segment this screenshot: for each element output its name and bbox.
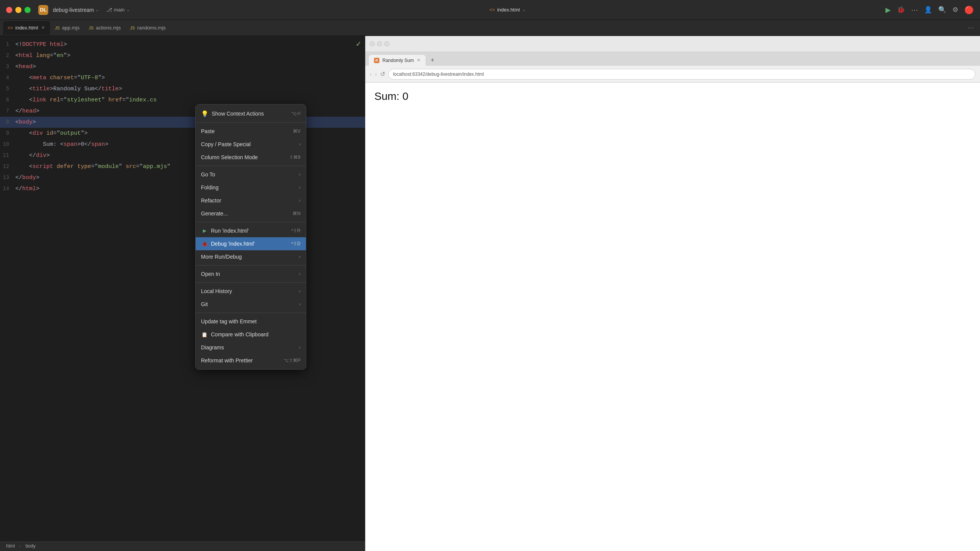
browser-refresh-button[interactable]: ↺	[380, 70, 385, 78]
menu-separator-1	[196, 122, 306, 123]
more-button[interactable]: ⋯	[911, 6, 918, 14]
browser-back-button[interactable]: ‹	[370, 71, 372, 78]
chevron-icon-refactor: ›	[299, 198, 301, 203]
breadcrumb-body: body	[26, 543, 36, 549]
project-name[interactable]: debug-livestream ⌄	[53, 7, 99, 13]
menu-item-diagrams[interactable]: Diagrams ›	[196, 341, 306, 354]
debug-button[interactable]: 🐞	[897, 6, 905, 14]
profile-button[interactable]: 👤	[924, 6, 932, 14]
tab-bar: <> index.html ✕ JS app.mjs JS actions.mj…	[0, 20, 980, 36]
tab-index-html[interactable]: <> index.html ✕	[3, 21, 50, 35]
browser-close[interactable]	[370, 41, 375, 46]
menu-item-compare-clipboard[interactable]: 📋 Compare with Clipboard	[196, 328, 306, 341]
chevron-icon-run: ›	[299, 254, 301, 259]
code-line-3: 3 <head>	[0, 61, 365, 72]
settings-button[interactable]: ⚙	[952, 6, 958, 14]
code-line-13: 13 </body>	[0, 172, 365, 183]
browser-sum-display: Sum: 0	[374, 90, 971, 103]
menu-separator-3	[196, 222, 306, 222]
code-line-5: 5 <title>Randomly Sum</title>	[0, 83, 365, 95]
menu-item-more-run[interactable]: More Run/Debug ›	[196, 250, 306, 263]
menu-item-open-in[interactable]: Open In ›	[196, 267, 306, 280]
code-line-2: 2 <html lang="en">	[0, 50, 365, 61]
browser-addressbar: ‹ › ↺ localhost:63342/debug-livestream/i…	[365, 66, 980, 83]
browser-content: Sum: 0	[365, 83, 980, 551]
tab-actions-mjs[interactable]: JS actions.mjs	[84, 21, 126, 35]
editor-area: 1 <!DOCTYPE html> 2 <html lang="en"> 3 <…	[0, 36, 365, 551]
menu-item-reformat[interactable]: Reformat with Prettier ⌥⇧⌘P	[196, 354, 306, 367]
search-button[interactable]: 🔍	[938, 6, 946, 14]
chevron-icon-open: ›	[299, 271, 301, 277]
file-tab-title: <> index.html ⌄	[490, 7, 526, 13]
menu-item-generate[interactable]: Generate... ⌘N	[196, 207, 306, 220]
code-line-11: 11 </div>	[0, 150, 365, 161]
menu-item-column-selection[interactable]: Column Selection Mode ⇧⌘8	[196, 151, 306, 164]
menu-item-show-context-actions[interactable]: 💡 Show Context Actions ⌥⏎	[196, 107, 306, 121]
minimize-button[interactable]	[15, 7, 21, 13]
html-icon: <>	[8, 25, 13, 31]
browser-new-tab-button[interactable]: +	[428, 54, 437, 66]
file-status-checkmark: ✓	[356, 40, 361, 48]
jetbrains-logo: 🔴	[964, 5, 974, 15]
browser-tab-bar: R Randomly Sum ✕ +	[365, 52, 980, 66]
browser-minimize[interactable]	[377, 41, 382, 46]
browser-tab-close[interactable]: ✕	[417, 58, 420, 63]
debug-icon: 🐞	[201, 240, 208, 247]
browser-maximize[interactable]	[384, 41, 389, 46]
menu-item-folding[interactable]: Folding ›	[196, 181, 306, 194]
menu-separator-5	[196, 282, 306, 283]
menu-item-goto[interactable]: Go To ›	[196, 168, 306, 181]
tab-more-button[interactable]: ⋯	[965, 23, 977, 33]
js-icon-randoms: JS	[130, 26, 135, 30]
menu-item-debug[interactable]: 🐞 Debug 'index.html' ^⇧D	[196, 237, 306, 250]
code-line-1: 1 <!DOCTYPE html>	[0, 39, 365, 50]
branch-info[interactable]: ⎇ main ⌄	[106, 7, 129, 13]
chevron-icon-diagrams: ›	[299, 345, 301, 350]
code-line-8: 8 <body>	[0, 117, 365, 128]
browser-titlebar	[365, 36, 980, 52]
code-line-10: 10 Sum: <span>0</span>	[0, 139, 365, 150]
browser-forward-button[interactable]: ›	[375, 71, 377, 78]
status-bar: html › body	[0, 540, 365, 551]
code-line-9: 9 <div id="output">	[0, 128, 365, 139]
main-area: 1 <!DOCTYPE html> 2 <html lang="en"> 3 <…	[0, 36, 980, 551]
bulb-icon: 💡	[201, 110, 209, 117]
menu-item-git[interactable]: Git ›	[196, 298, 306, 311]
chevron-icon-history: ›	[299, 289, 301, 294]
tab-randoms-mjs[interactable]: JS randoms.mjs	[126, 21, 170, 35]
code-editor[interactable]: 1 <!DOCTYPE html> 2 <html lang="en"> 3 <…	[0, 36, 365, 540]
tab-app-mjs[interactable]: JS app.mjs	[50, 21, 84, 35]
context-menu: 💡 Show Context Actions ⌥⏎ Paste ⌘V Copy …	[195, 104, 306, 370]
menu-item-run[interactable]: ▶ Run 'index.html' ^⇧R	[196, 224, 306, 237]
browser-tab-randomly-sum[interactable]: R Randomly Sum ✕	[368, 54, 426, 66]
breadcrumb-html: html	[6, 543, 15, 549]
chevron-icon-folding: ›	[299, 185, 301, 190]
menu-item-local-history[interactable]: Local History ›	[196, 285, 306, 298]
menu-item-paste[interactable]: Paste ⌘V	[196, 125, 306, 138]
browser-favicon: R	[374, 58, 379, 63]
run-icon: ▶	[201, 227, 208, 234]
clipboard-icon: 📋	[201, 331, 208, 338]
title-actions: ▶ 🐞 ⋯ 👤 🔍 ⚙ 🔴	[885, 5, 974, 15]
run-button[interactable]: ▶	[885, 6, 891, 14]
js-icon-actions: JS	[89, 26, 94, 30]
menu-separator-4	[196, 265, 306, 266]
menu-separator-6	[196, 313, 306, 313]
tab-close-index[interactable]: ✕	[40, 25, 46, 31]
code-line-14: 14 </html>	[0, 183, 365, 194]
chevron-icon-git: ›	[299, 302, 301, 307]
code-line-7: 7 </head>	[0, 106, 365, 117]
close-button[interactable]	[6, 7, 12, 13]
maximize-button[interactable]	[24, 7, 31, 13]
project-badge: DL	[38, 5, 48, 15]
code-line-4: 4 <meta charset="UTF-8">	[0, 72, 365, 83]
menu-item-update-tag[interactable]: Update tag with Emmet	[196, 315, 306, 328]
chevron-icon: ›	[299, 142, 301, 147]
browser-address-input[interactable]: localhost:63342/debug-livestream/index.h…	[388, 69, 975, 80]
menu-item-refactor[interactable]: Refactor ›	[196, 194, 306, 207]
traffic-lights	[6, 7, 31, 13]
menu-separator-2	[196, 166, 306, 166]
html-file-icon: <>	[490, 7, 495, 13]
menu-item-copy-paste-special[interactable]: Copy / Paste Special ›	[196, 138, 306, 151]
code-line-12: 12 <script defer type="module" src="app.…	[0, 161, 365, 172]
